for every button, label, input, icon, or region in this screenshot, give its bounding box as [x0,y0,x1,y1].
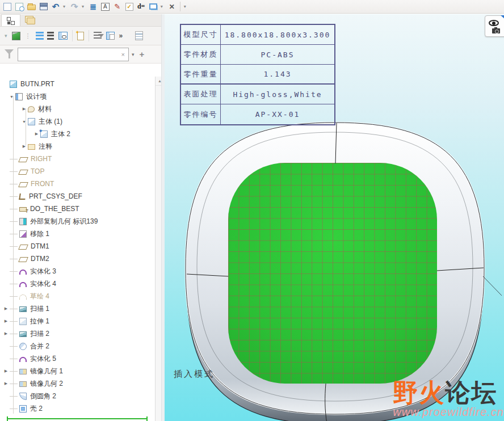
tree-item-right-plane[interactable]: RIGHT [0,153,152,165]
model-display-icon[interactable] [12,32,20,40]
qat-overflow-icon[interactable]: ▾ [183,2,187,12]
undo-dropdown-icon[interactable]: ▾ [62,2,66,12]
tree-item-material[interactable]: ▶ 材料 [0,103,152,115]
tree-item-body-2[interactable]: ▶ 主体 2 [0,128,152,140]
tree-item-sketch-4[interactable]: 草绘 4 [0,290,152,302]
erase-icon[interactable]: ✎ [114,2,121,12]
collapse-tree-icon[interactable] [47,32,54,40]
tree-item-dtm1[interactable]: DTM1 [0,240,152,252]
search-dropdown-icon[interactable]: ▾ [132,52,135,57]
relations-icon[interactable]: d= [137,2,145,12]
tree-item-round-2[interactable]: 倒圆角 2 [0,390,152,402]
expand-tree-icon[interactable] [36,32,44,40]
tree-connector [10,171,18,172]
navigator-tab-bar [0,14,165,27]
open-document-icon[interactable] [77,32,84,40]
close-window-icon[interactable]: ✕ [168,2,176,12]
toolbar-overflow-icon[interactable]: » [119,32,123,40]
tree-connector [10,246,18,247]
tree-connector [10,184,18,184]
tree-item-shell-2[interactable]: 壳 2 [0,402,152,415]
tree-item-merge-2[interactable]: 合并 2 [0,340,152,352]
open-folder-icon[interactable] [27,5,36,10]
default-body-icon [40,130,48,138]
tree-item-solidify-4[interactable]: 实体化 4 [0,277,152,290]
tree-table-icon[interactable] [106,32,115,40]
sketch-icon [19,294,27,300]
tree-item-annotations[interactable]: ▶ 注释 [0,140,152,153]
expander-closed-icon[interactable]: ▶ [2,331,10,336]
tree-item-do-the-best[interactable]: DO_THE_BEST [0,203,152,215]
expander-open-icon[interactable]: ▼ [20,120,28,124]
save-icon[interactable] [40,3,48,10]
tree-item-solidify-5[interactable]: 实体化 5 [0,352,152,365]
tree-item-design-items[interactable]: ▼ 设计项 [0,90,152,103]
clear-search-icon[interactable]: × [118,51,128,58]
tree-connector [10,259,18,259]
tree-connector [10,296,18,297]
sweep-icon [19,306,27,312]
view-mini-toolbar[interactable] [485,15,504,37]
table-row: 零件材质 PC-ABS [181,45,334,65]
drag-dots-icon: ⋮ [25,32,31,40]
tree-item-copy-geometry[interactable]: 外部复制几何 标识139 [0,215,152,228]
eye-visibility-icon[interactable] [489,20,499,26]
mirror-geometry-icon [19,369,27,374]
annotation-icon[interactable]: A [101,3,110,11]
funnel-icon[interactable] [5,49,14,59]
tree-connector [10,409,18,409]
expander-closed-icon[interactable]: ▶ [2,369,10,373]
tree-item-part[interactable]: BUTN.PRT [0,78,152,90]
redo-dropdown-icon[interactable]: ▾ [81,2,85,12]
regenerate-icon[interactable]: ≣ [89,2,97,12]
show-dropdown-icon[interactable]: ▾ [5,33,7,39]
tree-item-top-plane[interactable]: TOP [0,165,152,178]
expander-closed-icon[interactable]: ▶ [20,144,28,149]
tree-item-sweep-1[interactable]: ▶ 扫描 1 [0,302,152,315]
graphics-area[interactable]: 模型尺寸 18.800x18.800x3.300 零件材质 PC-ABS 零件重… [165,14,504,421]
windows-dropdown-icon[interactable]: ▾ [159,2,164,12]
model-tree-tab[interactable] [1,14,20,26]
solidify-icon [19,270,27,275]
tree-settings-icon[interactable] [135,31,143,40]
tree-connector [26,108,26,146]
undo-icon[interactable]: ↶ [52,2,60,12]
remove-feature-icon [19,230,27,238]
tree-item-body[interactable]: ▼ 主体 (1) [0,115,152,128]
tree-connector [10,321,18,322]
verify-icon[interactable]: ✓ [125,3,133,11]
redo-icon[interactable]: ↷ [70,2,78,12]
open-session-icon[interactable] [15,3,23,11]
tree-search-input[interactable] [18,49,118,60]
tree-item-mirror-geom-2[interactable]: ▶ 镜像几何 2 [0,377,152,390]
tree-item-extrude-1[interactable]: ▶ 拉伸 1 [0,315,152,327]
expander-closed-icon[interactable]: ▶ [20,107,28,111]
tree-filter-icon[interactable] [94,32,102,40]
tree-columns-icon[interactable] [58,32,68,40]
tree-connector [10,221,18,222]
mini-toolbar-handle-icon[interactable] [501,15,504,20]
expander-closed-icon[interactable]: ▶ [2,381,10,386]
tree-item-solidify-3[interactable]: 实体化 3 [0,265,152,277]
tree-item-sweep-2[interactable]: ▶ 扫描 2 [0,327,152,340]
insert-locator-bar[interactable] [7,418,148,419]
expander-open-icon[interactable]: ▼ [8,95,15,99]
annotations-icon [28,144,35,150]
tree-item-remove-1[interactable]: 移除 1 [0,228,152,240]
toolbar-separator [89,30,89,41]
tree-item-dtm2[interactable]: DTM2 [0,252,152,265]
camera-snapshot-icon[interactable] [492,28,500,33]
datum-plane-icon [18,257,28,262]
tree-item-front-plane[interactable]: FRONT [0,178,152,190]
tree-item-csys[interactable]: PRT_CSYS_DEF [0,190,152,203]
new-file-icon[interactable] [3,3,11,11]
expander-closed-icon[interactable]: ▶ [2,306,10,311]
folder-browser-tab[interactable] [20,14,40,26]
tree-connector [10,371,18,372]
windows-icon[interactable] [149,3,157,10]
extrude-icon [19,318,27,325]
add-filter-icon[interactable]: + [140,49,145,59]
expander-closed-icon[interactable]: ▶ [2,319,10,323]
tree-item-mirror-geom-1[interactable]: ▶ 镜像几何 1 [0,365,152,377]
model-info-table: 模型尺寸 18.800x18.800x3.300 零件材质 PC-ABS 零件重… [180,24,335,125]
